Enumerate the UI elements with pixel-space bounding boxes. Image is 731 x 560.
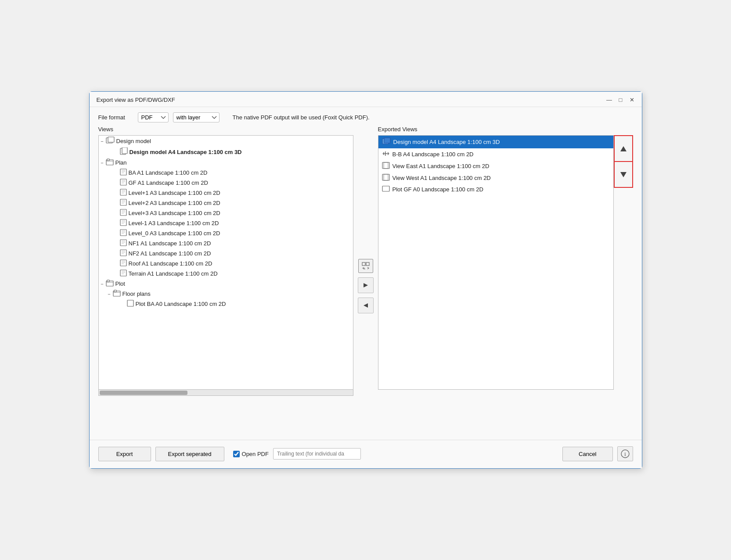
tree-item-level1[interactable]: Level+1 A3 Landscape 1:100 cm 2D [99, 188, 353, 198]
label-ba-a1: BA A1 Landscape 1:100 cm 2D [129, 169, 208, 176]
svg-rect-23 [366, 262, 369, 266]
label-floor-plans: Floor plans [122, 291, 151, 297]
label-plan: Plan [115, 159, 127, 166]
info-icon-button[interactable]: i [617, 446, 633, 461]
label-level1: Level+1 A3 Landscape 1:100 cm 2D [129, 190, 220, 196]
export-icon-bb [382, 150, 390, 158]
export-separated-button[interactable]: Export seperated [155, 447, 224, 461]
svg-rect-29 [384, 162, 388, 169]
expand-plan[interactable]: − [99, 160, 106, 165]
export-icon-design-model [382, 137, 391, 147]
layer-select[interactable]: with layer without layer [173, 112, 220, 122]
maximize-button[interactable]: □ [616, 95, 625, 104]
close-button[interactable]: ✕ [628, 95, 637, 104]
export-item-design-model-a4[interactable]: Design model A4 Landscape 1:100 cm 3D [378, 136, 613, 148]
svg-rect-1 [108, 137, 114, 142]
label-nf1: NF1 A1 Landscape 1:100 cm 2D [129, 240, 211, 247]
export-item-view-east[interactable]: View East A1 Landscape 1:100 cm 2D [378, 160, 613, 172]
svg-rect-12 [120, 230, 126, 236]
tree-item-design-model[interactable]: − Design model [99, 136, 353, 147]
tree-item-ba-a1[interactable]: BA A1 Landscape 1:100 cm 2D [99, 168, 353, 178]
level3-icon [120, 209, 127, 217]
bottom-bar: Export Export seperated Open PDF Cancel … [90, 440, 642, 468]
views-section: Views − Design model De [98, 126, 353, 434]
tree-item-level0[interactable]: Level_0 A3 Landscape 1:100 cm 2D [99, 228, 353, 238]
file-format-label: File format [98, 114, 133, 121]
tree-item-gf-a1[interactable]: GF A1 Landscape 1:100 cm 2D [99, 178, 353, 188]
tree-item-floor-plans[interactable]: − Floor plans [99, 289, 353, 299]
label-exp-bb-a4: B-B A4 Landscape 1:100 cm 2D [393, 151, 474, 158]
svg-rect-8 [120, 189, 126, 195]
export-dialog: Export view as PDF/DWG/DXF — □ ✕ File fo… [89, 91, 642, 469]
open-pdf-checkbox[interactable] [233, 451, 240, 457]
tree-item-plot-ba-a0[interactable]: Plot BA A0 Landscape 1:100 cm 2D [99, 299, 353, 309]
scrollbar-thumb[interactable] [100, 391, 187, 395]
expand-plot[interactable]: − [99, 281, 106, 287]
svg-rect-30 [382, 174, 389, 180]
export-icon-plot-gf [382, 186, 390, 193]
tree-item-level2[interactable]: Level+2 A3 Landscape 1:100 cm 2D [99, 198, 353, 208]
tree-item-nf2[interactable]: NF2 A1 Landscape 1:100 cm 2D [99, 248, 353, 258]
label-level2: Level+2 A3 Landscape 1:100 cm 2D [129, 200, 220, 206]
level-1-icon [120, 219, 127, 227]
tree-item-level-1[interactable]: Level-1 A3 Landscape 1:100 cm 2D [99, 218, 353, 228]
exported-views-label: Exported Views [378, 126, 633, 133]
up-down-buttons [614, 135, 633, 434]
label-design-model-a4: Design model A4 Landscape 1:100 cm 3D [130, 149, 242, 155]
nf2-icon [120, 249, 127, 258]
tree-item-level3[interactable]: Level+3 A3 Landscape 1:100 cm 2D [99, 208, 353, 218]
open-pdf-label: Open PDF [242, 451, 269, 457]
dialog-title: Export view as PDF/DWG/DXF [97, 97, 175, 103]
svg-rect-31 [384, 174, 388, 180]
add-to-exported-button[interactable] [358, 277, 374, 293]
move-to-exported-icon[interactable] [358, 259, 373, 273]
svg-marker-34 [620, 172, 627, 177]
label-nf2: NF2 A1 Landscape 1:100 cm 2D [129, 250, 211, 257]
export-item-view-west[interactable]: View West A1 Landscape 1:100 cm 2D [378, 172, 613, 184]
cancel-button[interactable]: Cancel [562, 447, 612, 461]
info-text: The native PDF output will be used (Foxi… [233, 114, 370, 121]
nf1-icon [120, 239, 127, 248]
svg-rect-13 [120, 240, 126, 246]
svg-rect-22 [362, 262, 365, 266]
expand-floor-plans[interactable]: − [106, 291, 113, 297]
expand-design-model[interactable]: − [99, 139, 106, 144]
main-area: Views − Design model De [90, 126, 642, 440]
tree-item-plan[interactable]: − Plan [99, 158, 353, 168]
level2-icon [120, 199, 127, 207]
exported-views-section: Exported Views Design model A4 Landscape… [378, 126, 633, 434]
expand-ba-a1 [113, 170, 120, 176]
tree-item-terrain[interactable]: Terrain A1 Landscape 1:100 cm 2D [99, 269, 353, 279]
views-tree-panel[interactable]: − Design model Design model A4 Landscape… [98, 135, 353, 390]
tree-item-design-model-a4[interactable]: Design model A4 Landscape 1:100 cm 3D [99, 147, 353, 158]
tree-item-plot[interactable]: − Plot [99, 279, 353, 289]
move-down-button[interactable] [614, 162, 633, 188]
file-format-select[interactable]: PDF DWG DXF [138, 112, 169, 122]
label-plot: Plot [115, 280, 125, 287]
svg-rect-6 [120, 169, 126, 175]
ba-a1-icon [120, 169, 127, 177]
open-pdf-checkbox-row: Open PDF [233, 451, 269, 457]
horizontal-scrollbar[interactable] [98, 390, 353, 396]
label-design-model: Design model [116, 138, 151, 144]
plot-icon [106, 280, 114, 288]
titlebar: Export view as PDF/DWG/DXF — □ ✕ [90, 92, 642, 107]
minimize-button[interactable]: — [605, 95, 614, 104]
tree-item-roof[interactable]: Roof A1 Landscape 1:100 cm 2D [99, 258, 353, 269]
svg-marker-33 [620, 146, 627, 151]
exported-views-panel[interactable]: Design model A4 Landscape 1:100 cm 3D B-… [378, 135, 614, 390]
expand-gf-a1 [113, 180, 120, 186]
export-button[interactable]: Export [98, 447, 151, 461]
trailing-text-input[interactable] [273, 448, 361, 459]
label-terrain: Terrain A1 Landscape 1:100 cm 2D [129, 270, 218, 277]
export-item-bb-a4[interactable]: B-B A4 Landscape 1:100 cm 2D [378, 148, 613, 160]
gf-a1-icon [120, 179, 127, 187]
move-up-button[interactable] [614, 135, 633, 162]
design-model-icon [106, 136, 115, 146]
svg-rect-3 [122, 147, 127, 154]
label-plot-ba-a0: Plot BA A0 Landscape 1:100 cm 2D [136, 301, 226, 307]
export-item-plot-gf[interactable]: Plot GF A0 Landscape 1:100 cm 2D [378, 184, 613, 195]
remove-from-exported-button[interactable] [358, 298, 374, 313]
tree-item-nf1[interactable]: NF1 A1 Landscape 1:100 cm 2D [99, 238, 353, 248]
svg-rect-18 [107, 280, 109, 282]
